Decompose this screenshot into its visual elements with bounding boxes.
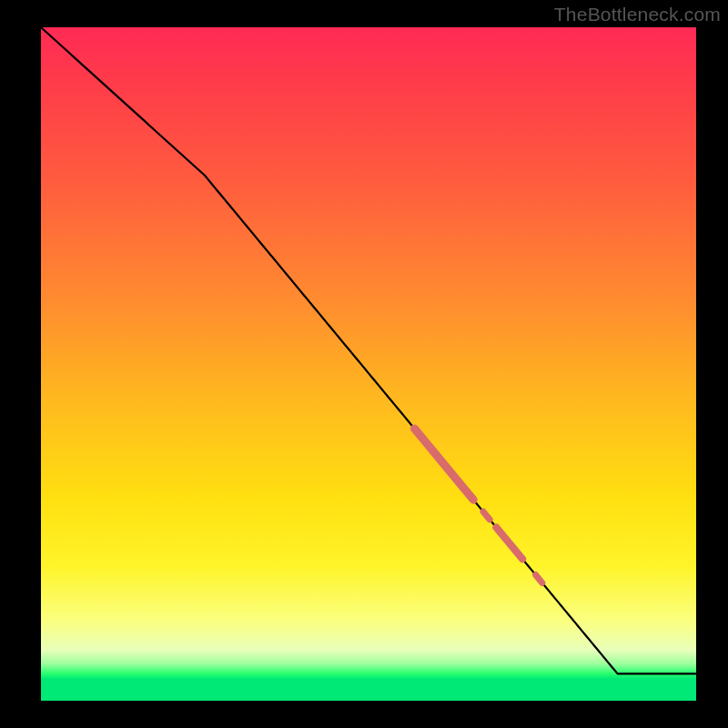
highlight-dot-mid xyxy=(483,511,490,520)
plot-area xyxy=(41,27,696,701)
chart-overlay xyxy=(41,27,696,701)
highlight-thick-lower xyxy=(496,528,522,560)
highlight-dot-low xyxy=(536,575,542,583)
highlight-thick-upper xyxy=(414,429,473,500)
main-curve xyxy=(41,27,696,673)
chart-frame: TheBottleneck.com xyxy=(0,0,728,728)
watermark-text: TheBottleneck.com xyxy=(554,4,721,25)
